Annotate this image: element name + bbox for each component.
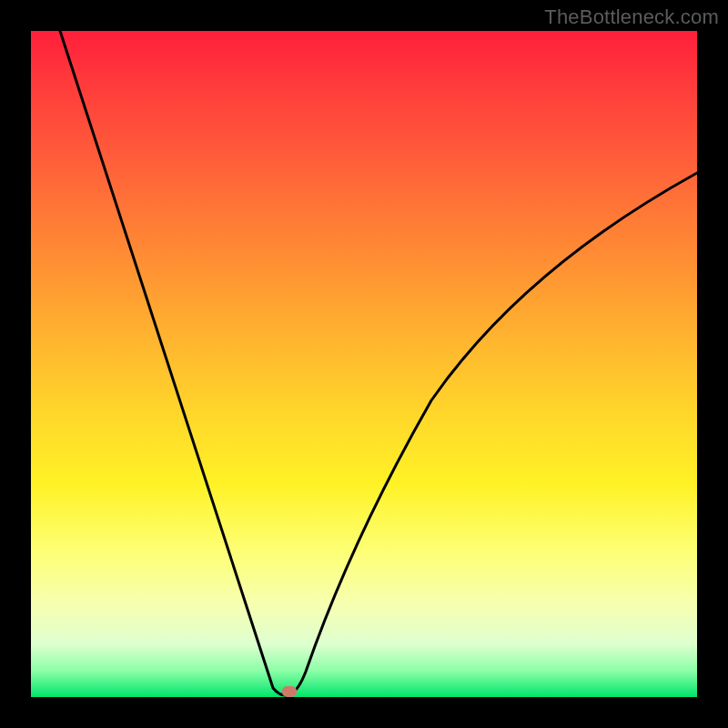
curve-left-branch [60, 31, 286, 695]
minimum-marker [282, 686, 297, 697]
chart-frame: TheBottleneck.com [0, 0, 728, 728]
watermark-text: TheBottleneck.com [544, 5, 719, 29]
bottleneck-curve [31, 31, 697, 697]
plot-area [31, 31, 697, 697]
curve-right-branch [286, 173, 697, 695]
